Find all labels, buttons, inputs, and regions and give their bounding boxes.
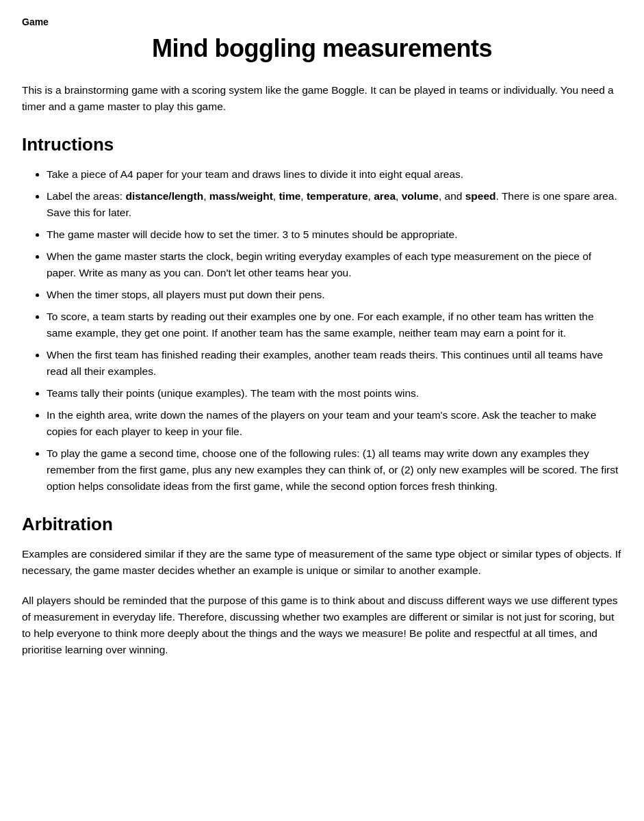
section-heading-instructions: Intructions xyxy=(22,134,622,155)
list-item: To score, a team starts by reading out t… xyxy=(47,309,622,341)
section-heading-arbitration: Arbitration xyxy=(22,514,622,535)
list-item: When the timer stops, all players must p… xyxy=(47,287,622,303)
list-item: When the game master starts the clock, b… xyxy=(47,248,622,281)
list-item: When the first team has finished reading… xyxy=(47,347,622,380)
list-item: Take a piece of A4 paper for your team a… xyxy=(47,166,622,183)
arbitration-para-2: All players should be reminded that the … xyxy=(22,592,622,658)
list-item: To play the game a second time, choose o… xyxy=(47,445,622,495)
instructions-list: Take a piece of A4 paper for your team a… xyxy=(22,166,622,495)
list-item: Label the areas: distance/length, mass/w… xyxy=(47,188,622,221)
page-title: Mind boggling measurements xyxy=(22,34,622,63)
category-label: Game xyxy=(22,16,622,27)
list-item: The game master will decide how to set t… xyxy=(47,226,622,243)
intro-text: This is a brainstorming game with a scor… xyxy=(22,82,622,115)
list-item: In the eighth area, write down the names… xyxy=(47,407,622,440)
arbitration-para-1: Examples are considered similar if they … xyxy=(22,546,622,579)
list-item: Teams tally their points (unique example… xyxy=(47,385,622,402)
